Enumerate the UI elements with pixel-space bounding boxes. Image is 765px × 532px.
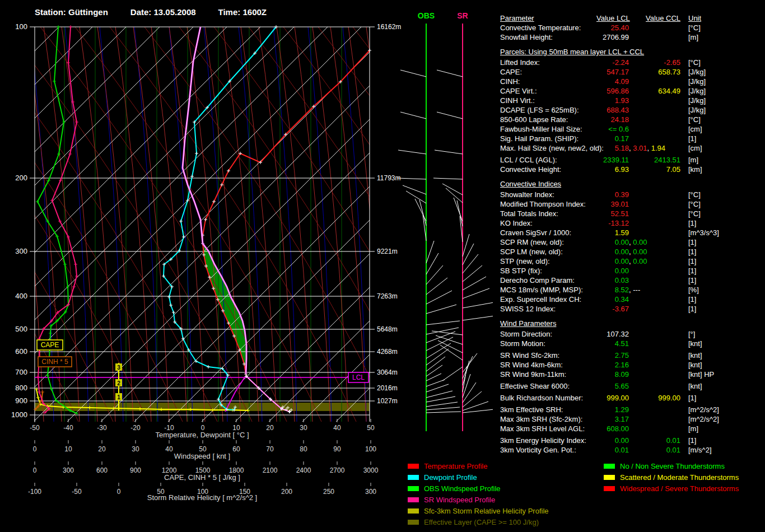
- value-segment: 8.52: [615, 286, 629, 294]
- parameter-row: SWISS 12 Index:-3.67[1]: [500, 304, 763, 314]
- value-segment: 52.51: [610, 209, 629, 218]
- value-segment: -2.24: [612, 58, 629, 67]
- value-ccl: [629, 370, 680, 379]
- parameter-row: Convective Height:6.937.05[km]: [500, 165, 763, 174]
- parameter-row: KO Index:-13.12[1]: [500, 218, 763, 228]
- value-segment: 0.17: [615, 134, 629, 143]
- value-ccl: [629, 134, 680, 143]
- svg-text:300: 300: [365, 488, 376, 496]
- value-segment: 0.00: [633, 248, 647, 256]
- value-ccl: 2413.51: [629, 155, 680, 165]
- value-lcl: 1.59: [596, 228, 629, 237]
- svg-text:2700: 2700: [330, 466, 345, 474]
- parameter-label: CINH Virt.:: [500, 96, 596, 105]
- parameter-row: Showalter Index:0.39[°C]: [500, 190, 763, 199]
- legend-label: Scattered / Moderate Thunderstorms: [620, 473, 739, 482]
- value-segment: 658.73: [658, 68, 680, 76]
- value-ccl: , 3.01, 1.94: [629, 143, 680, 153]
- svg-text:-40: -40: [63, 424, 73, 432]
- legend-label: Dewpoint Profile: [424, 473, 477, 482]
- svg-text:2016m: 2016m: [377, 384, 398, 392]
- value-segment: 1.59: [615, 228, 629, 237]
- value-segment: 5.65: [615, 382, 629, 390]
- value-lcl: 2706.99: [596, 32, 629, 42]
- parameter-row: SCP RM (new, old):0.00, 0.00[1]: [500, 237, 763, 247]
- unit-label: [1]: [688, 256, 696, 266]
- value-segment: 4.51: [615, 339, 629, 348]
- value-lcl: 547.17: [596, 67, 629, 77]
- value-lcl: 0.00: [596, 436, 629, 445]
- parameter-label: SCP RM (new, old):: [500, 237, 596, 247]
- parameter-row: Sig. Hail Param. (SHIP):0.17[1]: [500, 134, 763, 143]
- value-lcl: 4.09: [596, 77, 629, 86]
- svg-text:900: 900: [130, 466, 141, 474]
- legend-label: No / Non Severe Thunderstorms: [620, 462, 725, 470]
- unit-label: [°C]: [688, 23, 701, 32]
- value-ccl: , 0.00: [629, 237, 680, 247]
- parameter-row: Storm Motion:4.51[knt]: [500, 339, 763, 348]
- parameter-row: Snowfall Height:2706.99[m]: [500, 32, 763, 42]
- parameter-row: Max. Hail Size (new, new2, old):5.18, 3.…: [500, 143, 763, 153]
- svg-text:3064m: 3064m: [377, 368, 398, 376]
- value-lcl: 5.65: [596, 381, 629, 391]
- value-lcl: 8.52: [596, 285, 629, 295]
- parameter-table: ParameterValue LCLValue CCLUnitConvectiv…: [500, 13, 763, 455]
- value-lcl: -13.12: [596, 218, 629, 228]
- value-ccl: [629, 190, 680, 199]
- svg-text:30: 30: [132, 445, 139, 453]
- legend-item: Temperature Profile: [408, 460, 549, 472]
- svg-text:Storm Relative Helicity [ m^2/: Storm Relative Helicity [ m^2/s^2 ]: [147, 493, 257, 502]
- value-ccl: 0.01: [629, 445, 680, 455]
- svg-text:Temperature, Dewpoint [ °C ]: Temperature, Dewpoint [ °C ]: [155, 431, 249, 439]
- parameter-label: SCP LM (new, old):: [500, 247, 596, 256]
- svg-text:2100: 2100: [263, 466, 278, 474]
- unit-label: [1]: [688, 304, 696, 314]
- value-segment: 0.39: [615, 190, 629, 199]
- value-segment: 2413.51: [654, 156, 680, 164]
- unit-label: [1]: [688, 247, 696, 256]
- col-value-ccl: Value CCL: [629, 13, 680, 23]
- value-ccl: , 0.00: [629, 256, 680, 266]
- svg-text:3: 3: [117, 365, 120, 371]
- svg-text:10: 10: [64, 445, 72, 453]
- value-ccl: [629, 209, 680, 218]
- parameter-row: SR Wind 4km-6km:2.16[knt]: [500, 360, 763, 370]
- unit-label: [J/kg]: [688, 67, 706, 77]
- value-segment: 4.09: [615, 77, 629, 86]
- parameter-label: Effective Shear 6000:: [500, 381, 596, 391]
- value-ccl: [629, 304, 680, 314]
- parameter-label: Convective Height:: [500, 165, 596, 174]
- value-lcl: 52.51: [596, 209, 629, 218]
- value-segment: 608.00: [607, 424, 629, 433]
- axis-3: -100-50050100150200250300Storm Relative …: [28, 483, 376, 502]
- unit-label: [1]: [688, 393, 696, 403]
- value-segment: 0.00: [615, 267, 629, 275]
- parameter-label: LCL / CCL (AGL):: [500, 155, 596, 165]
- svg-text:SR: SR: [457, 11, 468, 20]
- value-lcl: 1.93: [596, 96, 629, 105]
- unit-label: [knt] HP: [688, 370, 714, 379]
- value-ccl: [629, 105, 680, 115]
- parameter-label: Total Totals Index:: [500, 209, 596, 218]
- parameter-label: Max 3km SRH (Sfc-2km):: [500, 414, 596, 424]
- parameter-row: CINH:4.09[J/kg]: [500, 77, 763, 86]
- value-segment: 2.16: [615, 361, 629, 369]
- col-parameter: Parameter: [500, 13, 596, 23]
- value-ccl: [629, 351, 680, 360]
- value-ccl: , 0.00: [629, 247, 680, 256]
- value-segment: 0.00: [615, 436, 629, 445]
- legend-item: Scattered / Moderate Thunderstorms: [604, 472, 739, 483]
- value-ccl: [629, 424, 680, 433]
- srh-km-markers: 321: [115, 363, 122, 400]
- parameter-label: Storm Motion:: [500, 339, 596, 348]
- value-segment: 634.49: [658, 87, 680, 95]
- value-ccl: [629, 228, 680, 237]
- parameter-row: Effective Shear 6000:5.65[knt]: [500, 381, 763, 391]
- parameter-row: Derecho Comp Param:0.03[1]: [500, 276, 763, 285]
- parameter-row: Lifted Index:-2.24-2.65[°C]: [500, 58, 763, 67]
- value-lcl: 2.16: [596, 360, 629, 370]
- parameter-row: 850-600 Lapse Rate:24.18[°C]: [500, 115, 763, 124]
- unit-label: [°]: [688, 329, 695, 339]
- unit-label: [m^2/s^2]: [688, 414, 719, 424]
- value-lcl: 25.40: [596, 23, 629, 32]
